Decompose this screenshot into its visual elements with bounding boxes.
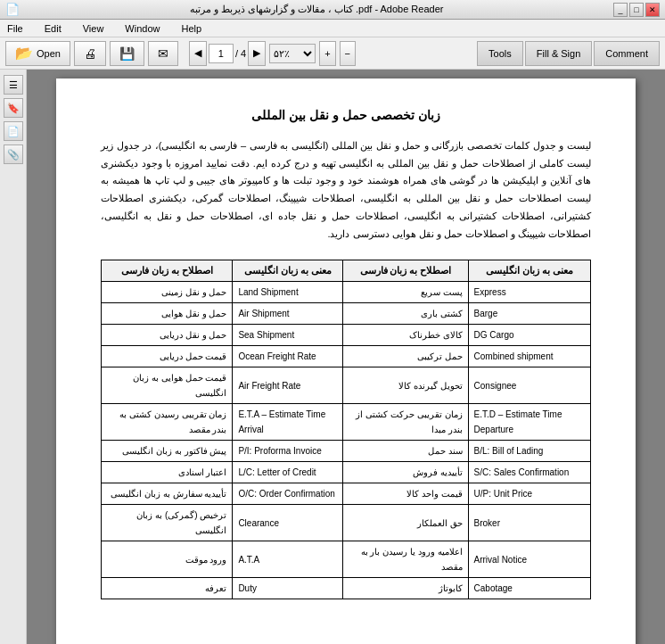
table-cell-10-2: A.T.A (233, 541, 343, 578)
title-bar-icon: 📄 (5, 3, 20, 16)
document-area[interactable]: زبان تخصصی حمل و نقل بین المللی لیست و ج… (27, 70, 665, 644)
save-button[interactable]: 💾 (110, 41, 144, 66)
table-cell-11-0: Cabotage (468, 578, 590, 599)
table-cell-1-0: Barge (468, 303, 590, 325)
table-cell-5-1: زمان تقریبی حرکت کشتی از بندر مبدا (343, 404, 468, 441)
sidebar-bookmark-icon[interactable]: 🔖 (4, 98, 23, 118)
toolbar-right-buttons: Tools Fill & Sign Comment (477, 41, 660, 66)
sidebar: ☰ 🔖 📄 📎 (0, 70, 27, 644)
vocabulary-table: معنی به زبان انگلیسی اصطلاح به زبان فارس… (101, 260, 591, 600)
menu-file[interactable]: File (4, 21, 27, 36)
table-cell-3-1: حمل ترکیبی (343, 346, 468, 367)
table-cell-6-2: P/I: Proforma Invoice (233, 441, 343, 462)
table-cell-6-3: پیش فاکتور به زبان انگلیسی (102, 441, 233, 462)
table-cell-4-3: قیمت حمل هوایی به زبان انگلیسی (102, 367, 233, 404)
email-button[interactable]: ✉ (148, 41, 178, 66)
next-page-button[interactable]: ▶ (248, 41, 266, 66)
table-row: Consigneeتحویل گیرنده کالاAir Freight Ra… (102, 367, 591, 404)
table-cell-2-2: Sea Shipment (233, 325, 343, 346)
table-cell-1-3: حمل و نقل هوایی (102, 303, 233, 325)
col-header-fa1: اصطلاح به زبان فارسی (343, 260, 468, 282)
document-body: لیست و جدول کلمات تخصصی بازرگانی و حمل و… (101, 137, 591, 244)
maximize-button[interactable]: □ (629, 3, 644, 17)
table-row: Bargeکشتی باریAir Shipmentحمل و نقل هوای… (102, 303, 591, 325)
table-cell-4-2: Air Freight Rate (233, 367, 343, 404)
table-cell-3-2: Ocean Freight Rate (233, 346, 343, 367)
table-row: CabotageکابوتاژDutyتعرفه (102, 578, 591, 599)
table-row: Arrival Noticeاعلامیه ورود یا رسیدن بار … (102, 541, 591, 578)
menu-help[interactable]: Help (177, 21, 205, 36)
table-row: DG Cargoکالای خطرناکSea Shipmentحمل و نق… (102, 325, 591, 346)
table-cell-11-1: کابوتاژ (343, 578, 468, 599)
table-cell-2-1: کالای خطرناک (343, 325, 468, 346)
print-icon: 🖨 (84, 46, 96, 61)
col-header-fa2: اصطلاح به زبان فارسی (102, 260, 233, 282)
sidebar-navigation-icon[interactable]: ☰ (4, 75, 23, 95)
table-cell-0-3: حمل و نقل زمینی (102, 282, 233, 303)
page-navigation: ◀ / 4 ▶ (189, 41, 266, 66)
table-row: B/L: Bill of Ladingسند حملP/I: Proforma … (102, 441, 591, 462)
table-row: E.T.D – Estimate Time Departureزمان تقری… (102, 404, 591, 441)
table-cell-9-0: Broker (468, 505, 590, 541)
zoom-in-button[interactable]: + (319, 41, 335, 66)
table-cell-8-1: قیمت واحد کالا (343, 483, 468, 505)
table-cell-2-3: حمل و نقل دریایی (102, 325, 233, 346)
title-bar-title: کتاب ، مقالات و گزارشهای ذیربط و مرتبه .… (20, 4, 613, 15)
print-button[interactable]: 🖨 (74, 41, 106, 66)
table-row: Brokerحق العملکارClearanceترخیص (گمرکی) … (102, 505, 591, 541)
sidebar-page-icon[interactable]: 📄 (4, 121, 23, 141)
document-title: زبان تخصصی حمل و نقل بین المللی (101, 105, 591, 127)
toolbar: 📂 Open 🖨 💾 ✉ ◀ / 4 ▶ ۵۲٪ + − Tools Fill … (0, 37, 665, 70)
menu-edit[interactable]: Edit (41, 21, 65, 36)
table-cell-10-0: Arrival Notice (468, 541, 590, 578)
table-cell-5-3: زمان تقریبی رسیدن کشتی به بندر مقصد (102, 404, 233, 441)
tools-button[interactable]: Tools (477, 41, 523, 66)
email-icon: ✉ (158, 46, 168, 61)
table-cell-8-3: تأییدیه سفارش به زبان انگلیسی (102, 483, 233, 505)
table-cell-9-2: Clearance (233, 505, 343, 541)
sidebar-attachment-icon[interactable]: 📎 (4, 144, 23, 164)
open-button[interactable]: 📂 Open (5, 41, 70, 66)
table-cell-9-1: حق العملکار (343, 505, 468, 541)
main-area: ☰ 🔖 📄 📎 زبان تخصصی حمل و نقل بین المللی … (0, 70, 665, 644)
table-cell-7-1: تأییدیه فروش (343, 462, 468, 483)
table-cell-3-3: قیمت حمل دریایی (102, 346, 233, 367)
prev-page-button[interactable]: ◀ (189, 41, 207, 66)
fill-sign-button[interactable]: Fill & Sign (525, 41, 593, 66)
table-cell-4-1: تحویل گیرنده کالا (343, 367, 468, 404)
table-cell-1-2: Air Shipment (233, 303, 343, 325)
table-cell-7-0: S/C: Sales Confirmation (468, 462, 590, 483)
col-header-en1: معنی به زبان انگلیسی (468, 260, 590, 282)
table-cell-3-0: Combined shipment (468, 346, 590, 367)
table-cell-2-0: DG Cargo (468, 325, 590, 346)
folder-icon: 📂 (15, 45, 33, 62)
table-cell-11-2: Duty (233, 578, 343, 599)
table-cell-9-3: ترخیص (گمرکی) به زبان انگلیسی (102, 505, 233, 541)
table-cell-8-2: O/C: Order Confirmation (233, 483, 343, 505)
menu-view[interactable]: View (79, 21, 108, 36)
table-cell-0-1: پست سریع (343, 282, 468, 303)
page-number-input[interactable] (209, 44, 234, 63)
zoom-out-button[interactable]: − (340, 41, 356, 66)
minimize-button[interactable]: _ (613, 3, 628, 17)
zoom-select[interactable]: ۵۲٪ (269, 44, 316, 63)
table-cell-5-0: E.T.D – Estimate Time Departure (468, 404, 590, 441)
page-total: / 4 (235, 48, 246, 59)
table-cell-7-3: اعتبار اسنادی (102, 462, 233, 483)
table-cell-10-3: ورود موقت (102, 541, 233, 578)
open-label: Open (37, 48, 61, 59)
table-cell-0-0: Express (468, 282, 590, 303)
table-cell-5-2: E.T.A – Estimate Time Arrival (233, 404, 343, 441)
table-cell-4-0: Consignee (468, 367, 590, 404)
col-header-en2: معنی به زبان انگلیسی (233, 260, 343, 282)
table-cell-1-1: کشتی باری (343, 303, 468, 325)
close-button[interactable]: ✕ (645, 3, 660, 17)
comment-button[interactable]: Comment (594, 41, 660, 66)
table-row: Combined shipmentحمل ترکیبیOcean Freight… (102, 346, 591, 367)
table-cell-0-2: Land Shipment (233, 282, 343, 303)
table-cell-6-1: سند حمل (343, 441, 468, 462)
table-cell-10-1: اعلامیه ورود یا رسیدن بار به مقصد (343, 541, 468, 578)
table-row: Expressپست سریعLand Shipmentحمل و نقل زم… (102, 282, 591, 303)
menu-window[interactable]: Window (121, 21, 163, 36)
save-icon: 💾 (119, 46, 135, 61)
